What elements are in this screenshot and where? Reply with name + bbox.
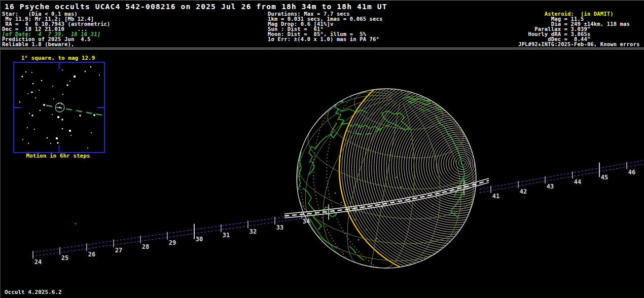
island-dot [366,229,368,231]
track-right-segment: 414243444546 [480,160,644,200]
island-dot [335,193,336,194]
track-minute-label: 45 [601,174,608,181]
app-version-label: Occult 4.2025.6.2 [5,289,62,295]
earth-globe [286,17,596,298]
island-dot [376,238,378,240]
track-minute-label: 25 [61,254,68,262]
track-minute-label: 26 [88,251,95,258]
island-dot [341,202,342,203]
track-minute-label: 43 [547,183,554,190]
track-minute-label: 24 [34,258,42,266]
track-minute-label: 41 [492,193,499,200]
track-minute-label: 31 [223,232,230,239]
track-minute-label: 33 [276,224,283,231]
track-minute-label: 32 [249,228,257,235]
track-minute-label: 27 [115,247,122,254]
track-left-segment: 24252627282930313233 [32,213,309,266]
track-minute-label: 30 [196,236,203,243]
track-minute-label: 29 [169,239,176,246]
track-minute-label: 42 [520,188,527,195]
island-dot [401,187,402,188]
island-dot [355,219,356,220]
red-marker-dot [75,222,76,224]
track-minute-label: 34 [303,218,310,225]
occultation-plot-window: 16 Psyche occults UCAC4 542-008216 on 20… [0,0,644,298]
globe-track-canvas: 2425262728293031323341424344454634 [1,1,644,298]
island-dot [358,239,360,241]
track-minute-label: 44 [574,178,581,185]
track-minute-label: 46 [628,169,635,176]
track-minute-label: 28 [142,243,149,250]
island-dot [396,177,398,178]
